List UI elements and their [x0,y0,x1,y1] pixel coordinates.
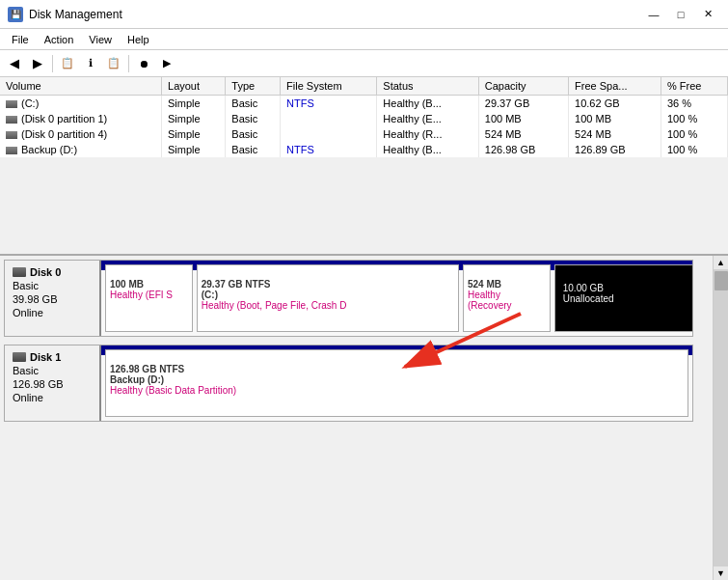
disk-status-1: Online [13,392,92,403]
menu-help[interactable]: Help [120,32,157,47]
menu-bar: File Action View Help [0,29,728,50]
toolbar-separator-1 [52,55,53,72]
table-row[interactable]: Backup (D:) Simple Basic NTFS Healthy (B… [0,142,728,157]
col-type[interactable]: Type [226,77,281,96]
table-row[interactable]: (Disk 0 partition 4) Simple Basic Health… [0,126,728,142]
disk-view-main[interactable]: Disk 0 Basic 39.98 GB Online 100 MB Heal… [0,256,713,580]
cell-status: Healthy (E... [377,111,478,126]
disk-name-1: Disk 1 [13,351,92,363]
cell-status: Healthy (B... [377,142,478,157]
menu-view[interactable]: View [81,32,120,47]
menu-file[interactable]: File [4,32,37,47]
partition-label-0-1: (C:) [202,290,454,300]
scroll-thumb[interactable] [715,271,728,290]
partition-status-1-0: Healthy (Basic Data Partition) [110,385,684,396]
disk-name-0: Disk 0 [13,266,92,278]
disk-info-0: Disk 0 Basic 39.98 GB Online [5,261,101,336]
disk-status-0: Online [13,307,92,318]
cell-volume: (C:) [0,96,162,112]
col-free[interactable]: Free Spa... [569,77,661,96]
disk-view-wrapper: Disk 0 Basic 39.98 GB Online 100 MB Heal… [0,256,728,580]
cell-volume: Backup (D:) [0,142,162,157]
toolbar-btn-4[interactable]: ⏺ [133,53,154,74]
col-filesystem[interactable]: File System [281,77,377,96]
scroll-up-button[interactable]: ▲ [715,256,727,269]
cell-pctfree: 36 % [661,96,727,112]
toolbar-separator-2 [128,55,129,72]
table-header-row: Volume Layout Type File System Status Ca… [0,77,728,96]
col-layout[interactable]: Layout [162,77,226,96]
partition-0-1[interactable]: 29.37 GB NTFS (C:) Healthy (Boot, Page F… [197,264,459,332]
disk-row-0: Disk 0 Basic 39.98 GB Online 100 MB Heal… [4,260,693,337]
partition-1-0[interactable]: 126.98 GB NTFS Backup (D:) Healthy (Basi… [105,349,688,417]
cell-filesystem: NTFS [281,142,377,157]
title-bar: 💾 Disk Management — □ ✕ [0,0,728,29]
disk-view-scrollbar: ▲ ▼ [713,256,728,580]
cell-filesystem: NTFS [281,96,377,112]
partition-size-0-1: 29.37 GB NTFS [202,279,454,290]
cell-type: Basic [226,142,281,157]
cell-capacity: 524 MB [478,126,568,142]
partition-size-1-0: 126.98 GB NTFS [110,364,684,374]
cell-type: Basic [226,111,281,126]
toolbar: ◀ ▶ 📋 ℹ 📋 ⏺ ▶ [0,50,728,77]
maximize-button[interactable]: □ [668,6,693,23]
toolbar-btn-5[interactable]: ▶ [156,53,177,74]
volume-list[interactable]: Volume Layout Type File System Status Ca… [0,77,728,256]
partition-status-0-2: Healthy (Recovery [468,290,546,311]
cell-layout: Simple [162,96,226,112]
back-button[interactable]: ◀ [4,53,25,74]
cell-free: 100 MB [569,111,661,126]
forward-button[interactable]: ▶ [27,53,48,74]
close-button[interactable]: ✕ [695,6,720,23]
cell-volume: (Disk 0 partition 4) [0,126,162,142]
col-volume[interactable]: Volume [0,77,162,96]
cell-layout: Simple [162,111,226,126]
scroll-track [714,269,728,566]
partition-status-0-0: Healthy (EFI S [110,290,188,300]
partition-size-0-2: 524 MB [468,279,546,290]
cell-volume: (Disk 0 partition 1) [0,111,162,126]
col-status[interactable]: Status [377,77,478,96]
main-content: Volume Layout Type File System Status Ca… [0,77,728,580]
cell-capacity: 29.37 GB [478,96,568,112]
partition-label-1-0: Backup (D:) [110,374,684,385]
partition-0-0[interactable]: 100 MB Healthy (EFI S [105,264,193,332]
window-controls: — □ ✕ [641,6,720,23]
cell-filesystem [281,111,377,126]
cell-type: Basic [226,126,281,142]
toolbar-btn-2[interactable]: ℹ [80,53,101,74]
disk-partitions-1: 126.98 GB NTFS Backup (D:) Healthy (Basi… [101,345,692,421]
cell-free: 126.89 GB [569,142,661,157]
volume-table: Volume Layout Type File System Status Ca… [0,77,728,157]
disk-info-1: Disk 1 Basic 126.98 GB Online [5,345,101,421]
scroll-down-button[interactable]: ▼ [715,566,727,580]
app-icon: 💾 [8,7,23,22]
cell-status: Healthy (R... [377,126,478,142]
cell-capacity: 126.98 GB [478,142,568,157]
disk-partitions-0: 100 MB Healthy (EFI S 29.37 GB NTFS (C:)… [101,261,692,336]
disk-type-0: Basic [13,280,92,291]
cell-free: 524 MB [569,126,661,142]
partition-unallocated-0-3[interactable]: 10.00 GBUnallocated [554,264,692,332]
partition-0-2[interactable]: 524 MB Healthy (Recovery [463,264,551,332]
disk-row-1: Disk 1 Basic 126.98 GB Online 126.98 GB … [4,345,693,422]
minimize-button[interactable]: — [641,6,666,23]
window-title: Disk Management [29,8,122,21]
table-row[interactable]: (Disk 0 partition 1) Simple Basic Health… [0,111,728,126]
cell-layout: Simple [162,126,226,142]
toolbar-btn-3[interactable]: 📋 [103,53,124,74]
cell-pctfree: 100 % [661,126,727,142]
toolbar-btn-1[interactable]: 📋 [57,53,78,74]
partition-status-0-1: Healthy (Boot, Page File, Crash D [202,300,454,311]
unallocated-label-0-3: 10.00 GBUnallocated [559,279,692,308]
cell-status: Healthy (B... [377,96,478,112]
cell-capacity: 100 MB [478,111,568,126]
cell-filesystem [281,126,377,142]
table-row[interactable]: (C:) Simple Basic NTFS Healthy (B... 29.… [0,96,728,112]
col-pctfree[interactable]: % Free [661,77,727,96]
col-capacity[interactable]: Capacity [478,77,568,96]
cell-layout: Simple [162,142,226,157]
menu-action[interactable]: Action [37,32,82,47]
disk-size-1: 126.98 GB [13,378,92,390]
